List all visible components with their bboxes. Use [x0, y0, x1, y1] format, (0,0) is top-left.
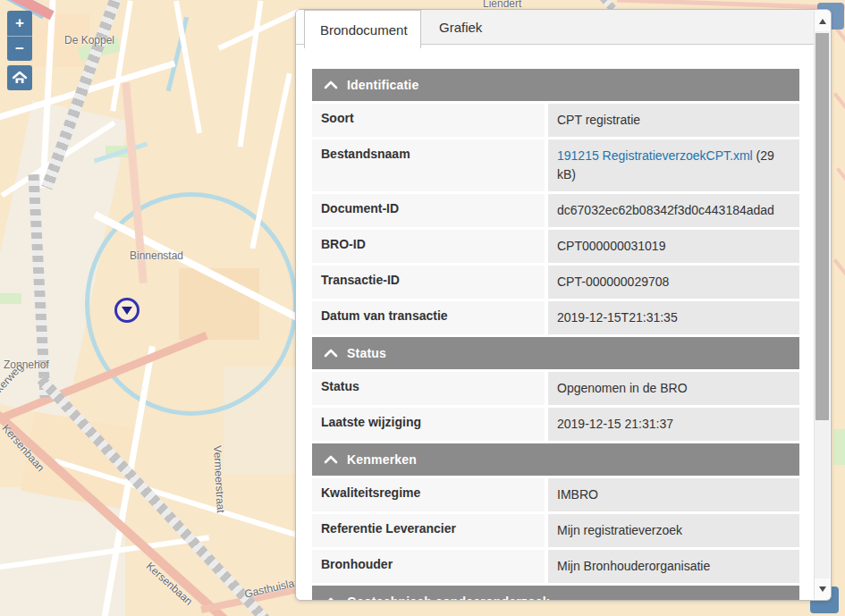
section-header-kenmerken[interactable]: Kenmerken	[312, 443, 799, 476]
table-row: Soort CPT registratie	[312, 104, 799, 137]
scroll-up-icon	[819, 19, 826, 24]
table-row: Document-ID dc67032ec62b08342f3d0c443184…	[312, 194, 799, 227]
map-label-binnenstad: Binnenstad	[130, 249, 183, 262]
map-road-minor	[833, 258, 845, 317]
section-title: Geotechnisch sondeeronderzoek	[347, 595, 550, 601]
zoom-out-button[interactable]: −	[7, 36, 32, 61]
row-value: CPT000000031019	[548, 230, 799, 263]
row-value: Opgenomen in de BRO	[548, 372, 799, 405]
table-row: Kwaliteitsregime IMBRO	[312, 478, 799, 511]
tab-brondocument[interactable]: Brondocument	[304, 10, 421, 48]
row-label: Laatste wijziging	[312, 408, 545, 441]
row-label: Status	[312, 372, 545, 405]
zoom-in-button[interactable]: +	[7, 11, 32, 36]
scroll-up-button[interactable]	[815, 11, 830, 31]
map-label-de-koppel: De Koppel	[64, 34, 114, 46]
row-value: CPT-000000029708	[548, 266, 799, 299]
row-value: dc67032ec62b08342f3d0c443184adad	[548, 194, 799, 227]
panel-content: Identificatie Soort CPT registratie Best…	[312, 69, 799, 601]
row-label: BRO-ID	[312, 230, 545, 263]
row-value: Mijn Bronhouderorganisatie	[548, 550, 799, 583]
map-park	[0, 293, 21, 304]
chevron-up-icon	[324, 455, 338, 464]
home-button[interactable]	[7, 65, 32, 90]
home-icon	[12, 71, 28, 85]
row-label: Bestandsnaam	[312, 139, 545, 191]
marker-triangle-icon	[122, 307, 132, 315]
chevron-up-icon	[324, 80, 338, 89]
row-label: Soort	[312, 104, 545, 137]
map-road-minor	[833, 25, 845, 77]
section-title: Identificatie	[347, 78, 418, 92]
row-label: Datum van transactie	[312, 301, 545, 334]
row-value: CPT registratie	[548, 104, 799, 137]
table-row: Bronhouder Mijn Bronhouderorganisatie	[312, 550, 799, 583]
table-row: Laatste wijziging 2019-12-15 21:31:37	[312, 408, 799, 441]
map-park	[833, 429, 845, 465]
map-road	[249, 73, 292, 249]
table-row: Status Opgenomen in de BRO	[312, 372, 799, 405]
row-value: 2019-12-15T21:31:35	[548, 301, 799, 334]
row-label: Bronhouder	[312, 550, 545, 583]
map-road	[238, 0, 264, 147]
table-row: Datum van transactie 2019-12-15T21:31:35	[312, 301, 799, 334]
section-header-geotechnisch-sondeeronderzoek[interactable]: Geotechnisch sondeeronderzoek	[312, 586, 799, 601]
row-value: Mijn registratieverzoek	[548, 514, 799, 547]
section-header-identificatie[interactable]: Identificatie	[312, 69, 799, 101]
row-label: Transactie-ID	[312, 266, 545, 299]
chevron-up-icon	[324, 597, 338, 601]
row-value: IMBRO	[548, 478, 799, 511]
map-marker[interactable]	[114, 298, 139, 323]
tab-grafiek[interactable]: Grafiek	[421, 10, 509, 44]
table-row: Transactie-ID CPT-000000029708	[312, 266, 799, 299]
row-label: Document-ID	[312, 194, 545, 227]
row-label: Kwaliteitsregime	[312, 478, 545, 511]
map-road-minor	[836, 167, 845, 212]
detail-panel: Brondocument Grafiek Identificatie Soort…	[295, 9, 832, 601]
scroll-down-button[interactable]	[815, 578, 830, 599]
scroll-down-icon	[819, 586, 826, 592]
scrollbar-thumb[interactable]	[815, 33, 829, 420]
table-row: Bestandsnaam 191215 RegistratieverzoekCP…	[312, 139, 799, 191]
section-header-status[interactable]: Status	[312, 337, 799, 369]
row-value: 2019-12-15 21:31:37	[548, 408, 799, 441]
section-title: Status	[347, 346, 386, 360]
chevron-up-icon	[324, 349, 338, 358]
zoom-control: + −	[7, 11, 32, 61]
table-row: BRO-ID CPT000000031019	[312, 230, 799, 263]
panel-scrollbar[interactable]	[814, 11, 830, 599]
file-download-link[interactable]: 191215 RegistratieverzoekCPT.xml	[557, 148, 753, 163]
map-road-minor	[833, 92, 845, 144]
tab-strip: Brondocument Grafiek	[296, 10, 815, 45]
row-label: Referentie Leverancier	[312, 514, 545, 547]
tab-strip-lead	[296, 10, 304, 44]
table-row: Referentie Leverancier Mijn registratiev…	[312, 514, 799, 547]
section-title: Kenmerken	[347, 452, 417, 467]
row-value: 191215 RegistratieverzoekCPT.xml (29 kB)	[548, 139, 799, 191]
